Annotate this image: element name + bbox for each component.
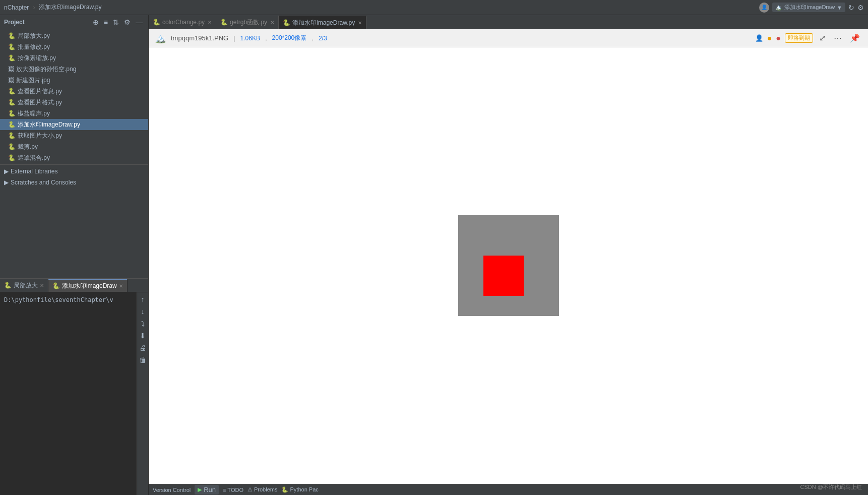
user-avatar[interactable]: 👤 <box>759 3 769 13</box>
image-size-link[interactable]: 1.06KB <box>240 35 260 42</box>
wrap-icon[interactable]: ⤵ <box>141 320 145 328</box>
sidebar-header-icons: ⊕ ≡ ⇅ ⚙ — <box>91 18 144 27</box>
project-name-icon: 🏔️ <box>775 4 782 11</box>
editor-area: 🐍 colorChange.py ✕ 🐍 getrgb函数.py ✕ 🐍 添加水… <box>149 15 868 495</box>
file-name: 添加水印imageDraw.py <box>18 120 80 129</box>
file-item-7[interactable]: 🐍 椒盐噪声.py <box>0 108 148 119</box>
terminal-content[interactable]: D:\pythonfile\seventhChapter\v <box>0 292 137 495</box>
project-name-badge[interactable]: 🏔️ 添加水印imageDraw ▼ <box>772 3 845 12</box>
todo-label[interactable]: ≡ TODO <box>223 487 243 493</box>
trash-icon[interactable]: 🗑 <box>139 356 146 364</box>
bottom-tabs: 🐍 局部放大 ✕ 🐍 添加水印imageDraw ✕ <box>0 279 148 292</box>
file-item-11[interactable]: 🐍 遮罩混合.py <box>0 152 148 163</box>
sidebar-divider <box>0 164 148 165</box>
file-item-9[interactable]: 🐍 获取图片大小.py <box>0 130 148 141</box>
sidebar-header-title: Project <box>4 19 88 26</box>
image-dimensions-link[interactable]: 200*200像素 <box>272 34 307 42</box>
problems-label[interactable]: ⚠ Problems <box>247 486 278 493</box>
red-dot-icon: ● <box>776 34 781 43</box>
file-icon: 🐍 <box>8 54 16 61</box>
add-file-icon[interactable]: ⊕ <box>91 18 100 27</box>
top-bar: nChapter › 添加水印imageDraw.py 👤 🏔️ 添加水印ima… <box>0 0 868 15</box>
up-arrow-icon[interactable]: ↑ <box>141 295 145 303</box>
settings-sidebar-icon[interactable]: ⚙ <box>122 18 132 27</box>
file-item-0[interactable]: 🐍 局部放大.py <box>0 30 148 41</box>
file-item-1[interactable]: 🐍 批量修改.py <box>0 41 148 52</box>
image-filename: tmpqqm195k1.PNG <box>171 34 228 42</box>
expiry-badge: 即将到期 <box>785 33 813 43</box>
list-icon: ≡ <box>223 487 227 493</box>
more-options-btn[interactable]: ⋯ <box>832 32 844 44</box>
image-size: 1.06KB <box>240 35 260 42</box>
tab-icon: 🐍 <box>4 282 12 289</box>
file-icon: 🖼 <box>8 77 14 84</box>
run-button[interactable]: ▶ Run <box>195 485 219 494</box>
terminal-path: D:\pythonfile\seventhChapter\v <box>4 296 133 303</box>
image-dimensions: 200*200像素 <box>272 34 307 41</box>
editor-tab-close-0[interactable]: ✕ <box>208 20 212 25</box>
external-libraries-section[interactable]: ▶ External Libraries <box>0 166 148 177</box>
orange-dot-icon: ● <box>767 34 772 43</box>
scratches-consoles-label: Scratches and Consoles <box>11 179 76 186</box>
breadcrumb-separator: › <box>33 4 35 11</box>
file-item-3[interactable]: 🖼 放大图像的孙悟空.png <box>0 64 148 75</box>
sync-icon[interactable]: ↻ <box>848 4 854 12</box>
bottom-tab-1[interactable]: 🐍 添加水印imageDraw ✕ <box>48 279 128 292</box>
tab-file-name: getrgb函数.py <box>230 18 267 27</box>
file-name: 椒盐噪声.py <box>18 109 50 118</box>
editor-tabs: 🐍 colorChange.py ✕ 🐍 getrgb函数.py ✕ 🐍 添加水… <box>149 15 868 29</box>
version-control[interactable]: Version Control <box>153 487 191 493</box>
tab-close-0[interactable]: ✕ <box>40 283 44 288</box>
close-viewer-btn[interactable]: 📌 <box>848 32 862 44</box>
breadcrumb-project[interactable]: nChapter <box>4 4 29 11</box>
tab-file-name: 添加水印imageDraw.py <box>292 19 355 27</box>
sort-icon[interactable]: ⇅ <box>111 18 120 27</box>
file-item-6[interactable]: 🐍 查看图片格式.py <box>0 97 148 108</box>
image-canvas <box>458 215 559 316</box>
editor-content: 9 10 11 im.show() #保存图片 im 🏔️ tmpq <box>149 29 868 484</box>
python-pac-label[interactable]: 🐍 Python Pac <box>281 486 318 493</box>
file-icon: 🐍 <box>8 88 16 95</box>
editor-tab-1[interactable]: 🐍 getrgb函数.py ✕ <box>216 16 279 29</box>
tab-close-1[interactable]: ✕ <box>119 283 123 289</box>
bottom-tab-0[interactable]: 🐍 局部放大 ✕ <box>0 279 48 292</box>
tab-label: 局部放大 <box>14 281 38 290</box>
expand-icon-2: ▶ <box>4 179 9 186</box>
download-icon[interactable]: ⬇ <box>140 332 146 340</box>
settings-icon[interactable]: ⚙ <box>857 4 864 12</box>
project-dropdown-icon: ▼ <box>837 5 842 11</box>
file-item-8[interactable]: 🐍 添加水印imageDraw.py <box>0 119 148 130</box>
file-item-2[interactable]: 🐍 按像素缩放.py <box>0 52 148 64</box>
expand-viewer-btn[interactable]: ⤢ <box>817 32 828 44</box>
sidebar-header: Project ⊕ ≡ ⇅ ⚙ — <box>0 15 148 29</box>
hide-sidebar-icon[interactable]: — <box>134 18 144 27</box>
file-item-5[interactable]: 🐍 查看图片信息.py <box>0 86 148 97</box>
file-item-10[interactable]: 🐍 裁剪.py <box>0 141 148 152</box>
image-file-icon: 🏔️ <box>155 33 166 44</box>
tab-file-icon: 🐍 <box>283 19 290 26</box>
status-bar: Version Control ▶ Run ≡ TODO ⚠ Problems … <box>149 484 868 495</box>
file-list: 🐍 局部放大.py 🐍 批量修改.py 🐍 按像素缩放.py 🖼 放大图像的孙悟… <box>0 29 148 278</box>
toolbar-separator-2: , <box>265 34 267 42</box>
file-name: 新建图片.jpg <box>16 76 50 85</box>
file-icon: 🐍 <box>8 143 16 150</box>
editor-tab-0[interactable]: 🐍 colorChange.py ✕ <box>149 16 216 29</box>
file-name: 裁剪.py <box>18 143 38 151</box>
image-viewer: 🏔️ tmpqqm195k1.PNG | 1.06KB , 200*200像素 … <box>149 29 868 484</box>
tab-file-name: colorChange.py <box>162 19 205 26</box>
toolbar-separator: | <box>233 34 235 42</box>
editor-tab-close-2[interactable]: ✕ <box>358 20 362 26</box>
image-page-info: 2/3 <box>319 35 327 42</box>
editor-tab-2[interactable]: 🐍 添加水印imageDraw.py ✕ <box>279 16 366 29</box>
terminal-row: D:\pythonfile\seventhChapter\v ↑ ↓ ⤵ ⬇ 🖨… <box>0 292 148 495</box>
print-icon[interactable]: 🖨 <box>139 344 146 352</box>
external-libraries-label: External Libraries <box>11 168 57 175</box>
file-name: 放大图像的孙悟空.png <box>16 65 76 74</box>
file-item-4[interactable]: 🖼 新建图片.jpg <box>0 75 148 86</box>
breadcrumb-file: 添加水印imageDraw.py <box>39 3 101 12</box>
tab-icon: 🐍 <box>52 282 60 289</box>
collapse-icon[interactable]: ≡ <box>102 18 109 27</box>
down-arrow-icon[interactable]: ↓ <box>141 307 145 316</box>
editor-tab-close-1[interactable]: ✕ <box>270 20 274 25</box>
scratches-consoles-section[interactable]: ▶ Scratches and Consoles <box>0 177 148 188</box>
